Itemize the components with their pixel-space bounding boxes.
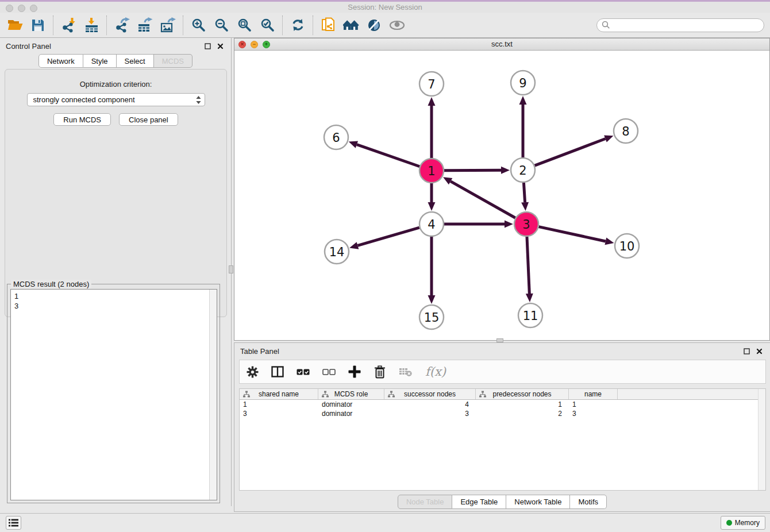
graph-edge-2-8[interactable] — [535, 138, 606, 165]
close-panel-icon[interactable] — [215, 41, 225, 51]
float-table-panel-icon[interactable] — [741, 346, 752, 356]
network-minimize-icon[interactable]: − — [251, 41, 258, 48]
export-network-icon[interactable] — [110, 15, 133, 36]
svg-text:6: 6 — [332, 131, 340, 145]
column-header-shared-name[interactable]: shared name — [240, 389, 318, 399]
table-row-2[interactable]: 3dominator323 — [240, 409, 765, 418]
zoom-window-icon[interactable] — [30, 5, 37, 12]
network-maximize-icon[interactable]: + — [263, 41, 270, 48]
graph-edge-4-14[interactable] — [357, 228, 419, 245]
tab-network[interactable]: Network — [38, 54, 83, 68]
graph-edge-3-11[interactable] — [527, 237, 529, 294]
table-cell[interactable]: 1 — [476, 400, 569, 409]
save-icon[interactable] — [26, 15, 49, 36]
open-folder-icon[interactable] — [3, 15, 26, 36]
graph-node-11[interactable]: 11 — [518, 303, 542, 327]
minimize-window-icon[interactable] — [18, 5, 25, 12]
tab-node-table[interactable]: Node Table — [398, 495, 453, 509]
column-header-successor-nodes[interactable]: successor nodes — [384, 389, 476, 399]
graph-node-6[interactable]: 6 — [324, 125, 348, 149]
network-file-icon[interactable] — [317, 15, 340, 36]
table-scrollbar[interactable] — [758, 389, 765, 490]
graph-edge-arrowhead — [526, 294, 533, 302]
add-column-icon[interactable] — [348, 364, 361, 379]
table-cell[interactable]: 3 — [384, 409, 476, 418]
graph-edge-arrowhead — [428, 202, 436, 211]
memory-button[interactable]: Memory — [721, 516, 765, 530]
delete-column-icon[interactable] — [374, 364, 386, 379]
zoom-fit-icon[interactable] — [233, 15, 256, 36]
mcds-result-textarea[interactable]: 1 3 — [10, 289, 217, 500]
zoom-in-icon[interactable] — [187, 15, 210, 36]
function-builder-icon[interactable]: f(x) — [425, 364, 446, 379]
close-window-icon[interactable] — [6, 5, 13, 12]
column-header-name[interactable]: name — [569, 389, 618, 399]
table-cell[interactable]: 3 — [240, 409, 318, 418]
table-cell[interactable]: 1 — [569, 400, 618, 409]
column-header-predecessor-nodes[interactable]: predecessor nodes — [476, 389, 569, 399]
table-cell[interactable]: 2 — [476, 409, 569, 418]
table-cell[interactable]: 1 — [240, 400, 318, 409]
task-list-button[interactable] — [6, 516, 21, 530]
tab-edge-table[interactable]: Edge Table — [452, 495, 506, 509]
import-table-icon[interactable] — [80, 15, 103, 36]
table-panel-divider-handle[interactable] — [496, 338, 503, 342]
table-cell[interactable]: dominator — [318, 409, 384, 418]
graph-edge-1-6[interactable] — [357, 145, 419, 167]
zoom-selected-icon[interactable] — [256, 15, 279, 36]
zoom-out-icon[interactable] — [210, 15, 233, 36]
network-window-titlebar[interactable]: ✕ − + scc.txt — [234, 38, 769, 51]
mcds-result-group: MCDS result (2 nodes) 1 3 — [7, 284, 220, 503]
graph-node-2[interactable]: 2 — [511, 158, 535, 182]
tab-network-table[interactable]: Network Table — [506, 495, 570, 509]
table-cell[interactable]: 3 — [569, 409, 618, 418]
column-header-MCDS-role[interactable]: MCDS role — [318, 389, 384, 399]
result-scrollbar[interactable] — [209, 290, 217, 500]
graph-edge-2-3[interactable] — [523, 183, 525, 202]
tab-style[interactable]: Style — [83, 54, 117, 68]
table-cell[interactable]: dominator — [318, 400, 384, 409]
table-cell[interactable]: 4 — [384, 400, 476, 409]
graph-node-15[interactable]: 15 — [419, 305, 444, 329]
graph-node-8[interactable]: 8 — [614, 119, 638, 143]
search-box[interactable] — [596, 18, 764, 32]
panel-divider-handle[interactable] — [229, 265, 233, 273]
graph-node-4[interactable]: 4 — [419, 212, 444, 236]
delete-table-icon[interactable] — [399, 364, 413, 379]
optimization-criterion-label: Optimization criterion: — [5, 80, 226, 88]
tab-mcds[interactable]: MCDS — [154, 54, 192, 68]
unselect-all-icon[interactable] — [322, 364, 336, 379]
tab-select[interactable]: Select — [117, 54, 154, 68]
svg-text:11: 11 — [523, 309, 538, 323]
graph-edge-1-2[interactable] — [444, 170, 501, 171]
export-table-icon[interactable] — [133, 15, 156, 36]
graph-node-3[interactable]: 3 — [514, 212, 538, 236]
optimization-criterion-select[interactable]: strongly connected component — [27, 93, 205, 106]
hide-panel-eye-icon[interactable] — [386, 15, 409, 36]
home-icon[interactable] — [340, 15, 363, 36]
graph-node-14[interactable]: 14 — [325, 240, 349, 264]
search-input[interactable] — [610, 20, 764, 31]
graph-node-1[interactable]: 1 — [419, 159, 444, 183]
close-panel-button[interactable]: Close panel — [119, 113, 178, 126]
column-view-icon[interactable] — [271, 364, 284, 379]
graph-edge-3-1[interactable] — [451, 182, 515, 218]
cytoscape-logo-icon[interactable] — [363, 15, 386, 36]
table-row-1[interactable]: 1dominator411 — [240, 400, 765, 409]
float-panel-icon[interactable] — [202, 41, 213, 51]
window-traffic-lights[interactable] — [6, 5, 37, 12]
graph-edge-3-10[interactable] — [538, 227, 605, 241]
run-mcds-button[interactable]: Run MCDS — [53, 113, 111, 126]
network-graph-canvas[interactable]: 7968124314101511 — [234, 51, 769, 340]
gear-icon[interactable] — [247, 364, 259, 379]
tab-motifs[interactable]: Motifs — [570, 495, 607, 509]
import-network-icon[interactable] — [57, 15, 80, 36]
graph-node-10[interactable]: 10 — [615, 234, 639, 258]
network-close-icon[interactable]: ✕ — [238, 41, 246, 48]
refresh-icon[interactable] — [286, 15, 309, 36]
graph-node-9[interactable]: 9 — [511, 71, 535, 95]
select-all-icon[interactable] — [297, 364, 310, 379]
close-table-panel-icon[interactable] — [754, 346, 764, 356]
graph-node-7[interactable]: 7 — [419, 72, 444, 96]
export-image-icon[interactable] — [156, 15, 179, 36]
